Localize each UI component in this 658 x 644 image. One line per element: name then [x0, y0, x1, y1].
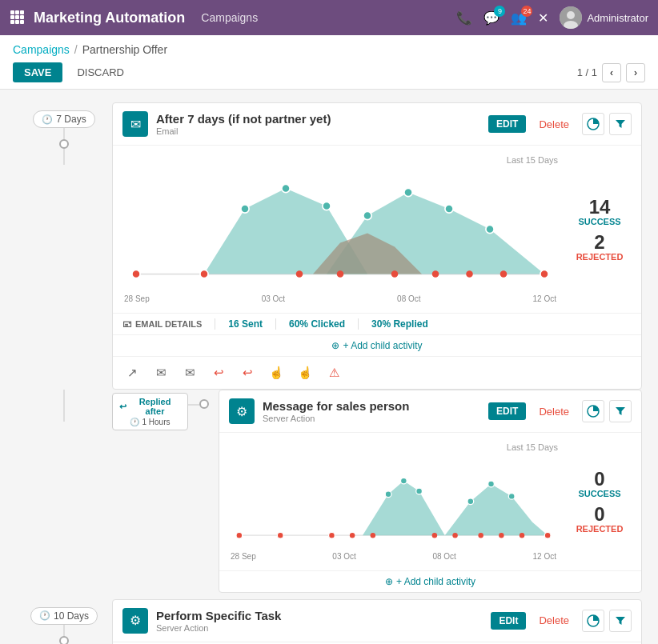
- child-pie-chart-icon[interactable]: [582, 400, 604, 422]
- discard-button[interactable]: DISCARD: [69, 62, 132, 82]
- date-1-4: 12 Oct: [533, 294, 556, 303]
- chart-svg-1: [122, 168, 558, 290]
- child-icon-reply-2[interactable]: ↩: [235, 360, 260, 386]
- activity-card-3: ⚙ Perform Specific Task Server Action ED…: [112, 599, 642, 644]
- chart-days-label-1: Last 15 Days: [122, 155, 558, 165]
- filter-icon-3[interactable]: [609, 610, 632, 632]
- child-edit-button[interactable]: EDIT: [488, 402, 526, 420]
- spine-line-top-1: [63, 128, 65, 139]
- nav-campaigns-link[interactable]: Campaigns: [201, 11, 258, 24]
- svg-rect-6: [10, 20, 14, 24]
- email-details-label: 🖃 EMAIL DETAILS: [122, 319, 202, 329]
- pagination-label: 1 / 1: [577, 66, 597, 78]
- svg-point-23: [404, 189, 412, 197]
- activity-card-1: ✉ After 7 days (if not partner yet) Emai…: [112, 102, 642, 390]
- delete-button-1[interactable]: Delete: [534, 115, 574, 134]
- child-spine-dot: [199, 399, 209, 409]
- svg-point-47: [350, 533, 355, 538]
- save-button[interactable]: SAVE: [13, 62, 62, 82]
- card-header-icons-1: [582, 113, 632, 135]
- svg-point-25: [486, 225, 494, 233]
- user-menu[interactable]: Administrator: [560, 6, 648, 29]
- clock-icon-1: 🕐: [42, 114, 53, 125]
- svg-point-37: [236, 532, 243, 538]
- replied-time: 🕐 1 Hours: [130, 418, 170, 426]
- child-add-child[interactable]: ⊕ + Add child activity: [219, 570, 641, 592]
- spine-line-bottom-1: [63, 149, 65, 165]
- child-icon-reply[interactable]: ↩: [206, 360, 231, 386]
- breadcrumb-separator: /: [74, 43, 78, 56]
- svg-marker-35: [331, 481, 444, 535]
- chart-area-1: Last 15 Days: [113, 146, 641, 313]
- child-success-num: 0: [578, 470, 620, 489]
- child-icon-hand[interactable]: ☝: [263, 360, 289, 386]
- grid-menu-icon[interactable]: [10, 10, 24, 26]
- edit-button-1[interactable]: EDIT: [488, 115, 526, 133]
- child-icon-cursor[interactable]: ↗: [119, 360, 145, 386]
- chat-badge: 9: [494, 6, 505, 17]
- replied-label-area: ↩ Replied after 🕐 1 Hours: [112, 390, 215, 430]
- child-card-header: ⚙ Message for sales person Server Action…: [219, 390, 641, 433]
- user-avatar: [560, 6, 582, 29]
- svg-point-26: [540, 270, 548, 278]
- child-filter-icon[interactable]: [609, 400, 632, 422]
- child-chart-dates: 28 Sep 03 Oct 08 Oct 12 Oct: [229, 552, 558, 561]
- days-label-1: 7 Days: [56, 114, 86, 125]
- child-activity-card: ⚙ Message for sales person Server Action…: [219, 390, 642, 593]
- close-icon[interactable]: ✕: [538, 10, 548, 26]
- delete-button-3[interactable]: Delete: [534, 611, 574, 630]
- next-page-button[interactable]: ›: [626, 63, 645, 82]
- email-details-bar: 🖃 EMAIL DETAILS 16 Sent 60% Clicked 30% …: [113, 313, 641, 334]
- phone-icon[interactable]: 📞: [456, 10, 472, 26]
- child-icon-hand-2[interactable]: ☝: [292, 360, 318, 386]
- breadcrumb-actions: SAVE DISCARD 1 / 1 ‹ ›: [13, 62, 645, 89]
- child-icon-email-open[interactable]: ✉: [148, 360, 174, 386]
- rejected-stat-1: 2 REJECTED: [576, 233, 624, 262]
- child-icons-row-1: ↗ ✉ ✉ ↩ ↩ ☝ ☝ ⚠: [113, 356, 641, 389]
- child-chart-stats: 0 SUCCESS 0 REJECTED: [568, 442, 632, 561]
- filter-icon-1[interactable]: [609, 113, 632, 135]
- child-spine: [16, 390, 112, 422]
- child-delete-button[interactable]: Delete: [534, 402, 574, 421]
- svg-point-40: [385, 491, 391, 498]
- plus-icon-1: ⊕: [331, 340, 339, 351]
- child-card-subtitle: Server Action: [263, 414, 480, 423]
- svg-point-51: [478, 533, 483, 538]
- child-rejected-label: REJECTED: [576, 524, 624, 534]
- days-badge-1: 🕐 7 Days: [33, 110, 94, 128]
- svg-point-45: [508, 494, 515, 500]
- chart-stats-1: 14 SUCCESS 2 REJECTED: [568, 155, 632, 303]
- chart-dates-1: 28 Sep 03 Oct 08 Oct 12 Oct: [122, 294, 558, 303]
- card-header-3: ⚙ Perform Specific Task Server Action ED…: [113, 600, 641, 642]
- child-activity-row: ↩ Replied after 🕐 1 Hours ⚙ Message for …: [16, 390, 642, 593]
- email-icon-small: 🖃: [122, 319, 131, 329]
- prev-page-button[interactable]: ‹: [602, 63, 621, 82]
- svg-rect-3: [10, 15, 14, 19]
- app-title: Marketing Automation: [34, 10, 185, 26]
- child-chart-svg: [229, 455, 558, 548]
- pagination: 1 / 1 ‹ ›: [577, 63, 645, 82]
- pie-chart-icon-1[interactable]: [582, 113, 604, 135]
- time-value: 1 Hours: [142, 418, 170, 426]
- breadcrumb-parent[interactable]: Campaigns: [13, 43, 70, 56]
- child-success-stat: 0 SUCCESS: [578, 470, 620, 498]
- add-child-1[interactable]: ⊕ + Add child activity: [113, 334, 641, 356]
- svg-point-10: [567, 11, 575, 19]
- child-title-area: Message for sales person Server Action: [263, 399, 480, 423]
- days-label-3: 10 Days: [54, 610, 89, 622]
- svg-point-46: [544, 532, 551, 538]
- child-icon-warning[interactable]: ⚠: [321, 360, 347, 386]
- svg-point-31: [466, 270, 473, 278]
- child-icon-email-closed[interactable]: ✉: [177, 360, 203, 386]
- edit-button-3[interactable]: EDIt: [491, 612, 526, 630]
- sent-stat: 16 Sent: [215, 318, 275, 330]
- chat-icon[interactable]: 💬 9: [483, 10, 500, 26]
- svg-rect-4: [15, 15, 19, 19]
- pie-chart-icon-3[interactable]: [582, 610, 604, 632]
- group-icon[interactable]: 👥 24: [511, 10, 527, 26]
- card-title-3: Perform Specific Task: [156, 609, 483, 622]
- reply-arrow-icon: ↩: [119, 402, 126, 412]
- spine-dot-3: [59, 636, 69, 644]
- add-child-label-1: + Add child activity: [343, 340, 422, 351]
- replied-label-badge[interactable]: ↩ Replied after 🕐 1 Hours: [112, 393, 188, 430]
